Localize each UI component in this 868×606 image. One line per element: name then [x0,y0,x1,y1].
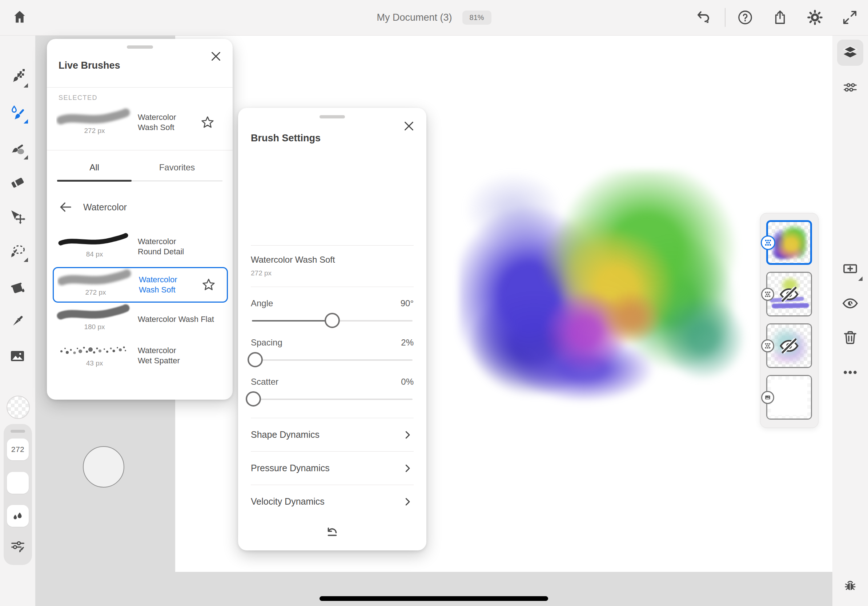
eyedropper-icon [9,312,26,330]
brush-list-item[interactable]: 84 px Watercolor Round Detail [53,230,226,263]
slider-label-angle: Angle [251,298,273,308]
close-icon [402,119,415,133]
section-label: Shape Dynamics [251,418,319,451]
pressure-dynamics-row[interactable]: Pressure Dynamics [238,451,426,485]
more-options-icon [842,364,859,381]
spacing-slider[interactable] [252,359,412,361]
layers-panel-button[interactable] [837,40,863,66]
brush-size-label: 272 px [57,289,134,297]
help-button[interactable] [735,7,755,28]
home-indicator[interactable] [319,596,548,601]
brush-list-item[interactable]: 43 px Watercolor Wet Spatter [53,339,226,373]
layer-row[interactable] [766,323,812,368]
tool-pixel-brush[interactable] [4,63,31,90]
brush-stroke-preview [56,340,133,362]
layer-visibility-icon [842,295,859,312]
tab-favorites[interactable]: Favorites [132,157,222,178]
tab-all[interactable]: All [57,157,132,178]
layers-panel [760,213,818,428]
close-live-brushes-button[interactable] [208,48,224,64]
help-icon [737,9,753,26]
slider-thumb[interactable] [246,391,261,407]
debug-button[interactable] [837,572,863,598]
tool-live-brush[interactable] [4,99,31,127]
brush-size-label: 43 px [56,359,133,367]
velocity-dynamics-row[interactable]: Velocity Dynamics [238,485,426,518]
reset-brush-settings-button[interactable] [324,524,341,542]
slider-thumb[interactable] [325,313,340,328]
dock-drag-handle[interactable] [11,430,25,433]
angle-slider[interactable] [252,320,412,322]
tool-eyedropper[interactable] [4,308,31,335]
brush-list-item[interactable]: 180 px Watercolor Wash Flat [53,303,226,336]
tool-mixer-brush[interactable] [4,136,31,162]
divider [47,150,232,150]
scatter-slider[interactable] [252,399,412,400]
layer-hidden-icon[interactable] [777,334,801,358]
brush-name: Watercolor Wash Soft [251,255,335,265]
close-brush-settings-button[interactable] [401,118,417,134]
divider [251,287,414,287]
brush-settings-panel: Brush Settings Watercolor Wash Soft 272 … [238,108,426,550]
slider-label-scatter: Scatter [251,377,278,387]
app-window: My Document (3) 81% [0,0,868,606]
brush-size-label: 272 px [251,269,271,277]
water-drops-icon [10,508,25,524]
shape-dynamics-row[interactable]: Shape Dynamics [238,418,426,451]
slider-thumb[interactable] [248,352,263,367]
fullscreen-button[interactable] [840,7,860,28]
layer-row[interactable] [766,272,812,317]
star-icon [202,278,216,292]
brush-settings-button[interactable] [8,536,28,556]
layer-row[interactable] [766,220,812,265]
color-swatch[interactable] [6,396,30,419]
adjustments-icon [842,79,859,96]
brush-size-button[interactable]: 272 [7,439,29,460]
eraser-icon [9,174,26,191]
tool-move[interactable] [4,204,31,231]
add-layer-button[interactable] [837,255,863,281]
brush-list-item-selected[interactable]: 272 px Watercolor Wash Soft [53,267,228,303]
panel-rail [832,35,868,606]
pixel-layer-badge-icon[interactable] [761,288,774,301]
layer-visibility-button[interactable] [837,290,863,317]
tool-eraser[interactable] [4,169,31,196]
pixel-layer-badge-icon[interactable] [761,339,774,352]
panel-drag-handle[interactable] [127,45,153,49]
layer-row[interactable] [766,375,812,420]
zoom-level-badge[interactable]: 81% [462,11,491,25]
tool-lasso-select[interactable] [4,238,31,265]
delete-layer-button[interactable] [837,325,863,351]
undo-button[interactable] [693,7,714,28]
favorite-button[interactable] [201,277,217,293]
toolbar-divider [725,8,725,27]
section-label: Velocity Dynamics [251,485,325,518]
adjustments-panel-button[interactable] [837,74,863,100]
favorite-button[interactable] [200,114,215,130]
brush-name: Watercolor Wash Flat [138,303,222,336]
app-settings-button[interactable] [805,7,825,28]
image-layer-badge-icon[interactable] [761,391,774,404]
layer-hidden-icon[interactable] [777,282,801,306]
back-arrow-icon [59,200,72,214]
brush-quick-settings-dock: 272 [4,424,32,565]
panel-drag-handle[interactable] [319,115,345,118]
settings-gear-icon [807,9,823,26]
live-brushes-panel: Live Brushes SELECTED 272 px Watercolor … [47,39,232,400]
category-label: Watercolor [83,202,127,213]
divider [251,245,414,246]
selected-brush-row[interactable]: 272 px Watercolor Wash Soft [53,104,226,141]
pixel-layer-badge-icon[interactable] [761,235,775,250]
more-options-button[interactable] [837,359,863,385]
share-button[interactable] [770,7,790,28]
tool-options-triangle [23,155,28,159]
water-flow-button[interactable] [7,505,29,527]
brush-size-cursor [83,446,124,488]
tool-place-image[interactable] [4,343,31,369]
tab-active-underline [57,180,132,182]
undo-icon [695,9,712,26]
brush-color-button[interactable] [7,472,29,494]
category-header[interactable]: Watercolor [59,196,127,218]
document-title: My Document (3) [377,12,452,23]
tool-fill[interactable] [4,274,31,301]
